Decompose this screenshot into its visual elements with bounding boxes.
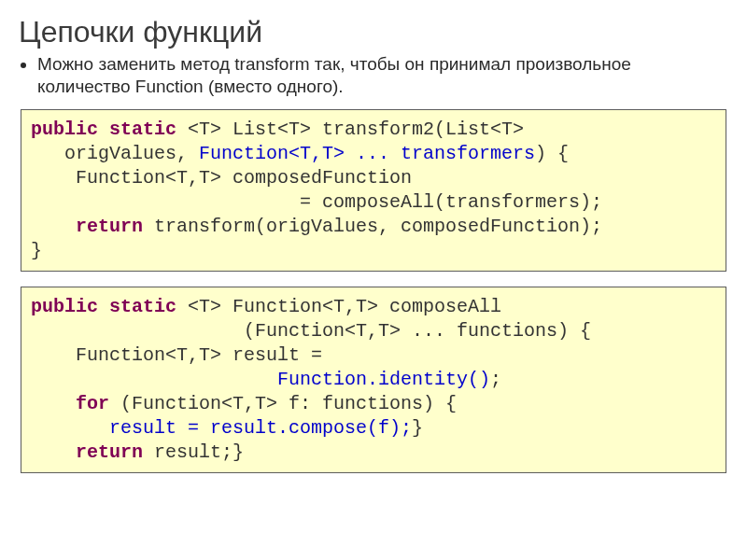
- code-highlight-identity: Function.identity(): [277, 369, 490, 390]
- keyword-return: return: [31, 216, 143, 237]
- keyword-return: return: [31, 441, 143, 463]
- slide-content: Цепочки функций Можно заменить метод tra…: [0, 0, 747, 560]
- code-text: Function<T,T> composedFunction: [31, 167, 412, 189]
- code-text: result;}: [143, 441, 244, 463]
- code-text: }: [412, 417, 423, 439]
- bullet-item: Можно заменить метод transform так, чтоб…: [37, 53, 728, 98]
- code-text: ;: [490, 369, 501, 390]
- code-text: transform(origValues, composedFunction);: [143, 216, 602, 237]
- code-block-transform2: public static <T> List<T> transform2(Lis…: [21, 109, 726, 272]
- code-highlight-param: Function<T,T> ... transformers: [199, 143, 535, 164]
- code-text: <T> List<T> transform2(List<T>: [176, 119, 524, 140]
- keyword-for: for: [31, 393, 109, 414]
- code-highlight-compose: result = result.compose(f);: [109, 417, 412, 439]
- code-text: ) {: [535, 143, 569, 164]
- code-text: <T> Function<T,T> composeAll: [176, 296, 501, 317]
- code-text: Function<T,T> result =: [31, 344, 322, 366]
- code-pad: [31, 369, 277, 390]
- code-text: }: [31, 240, 42, 261]
- code-text: = composeAll(transformers);: [31, 191, 602, 213]
- code-block-composeall: public static <T> Function<T,T> composeA…: [21, 287, 726, 473]
- slide-title: Цепочки функций: [19, 15, 728, 49]
- bullet-list: Можно заменить метод transform так, чтоб…: [37, 53, 728, 98]
- code-text: (Function<T,T> f: functions) {: [109, 393, 457, 414]
- code-text: origValues,: [31, 143, 199, 164]
- keyword-public-static: public static: [31, 119, 176, 140]
- code-pad: [31, 417, 109, 439]
- code-text: (Function<T,T> ... functions) {: [31, 320, 591, 342]
- keyword-public-static: public static: [31, 296, 176, 317]
